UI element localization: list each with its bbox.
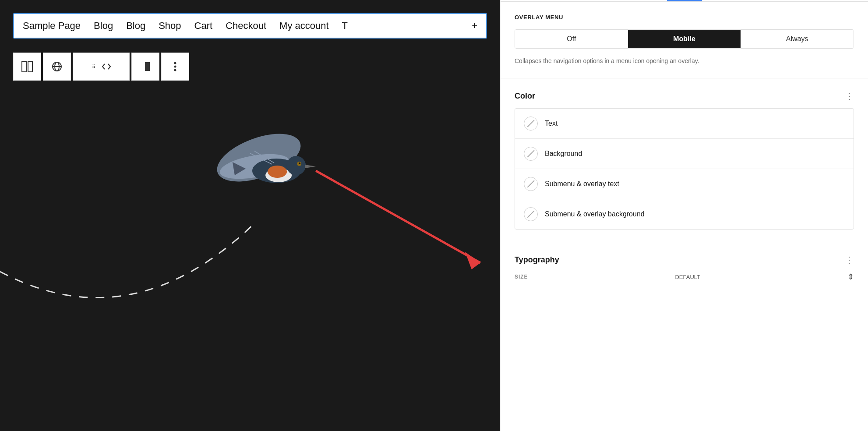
color-option-background[interactable]: Background (515, 139, 854, 169)
typography-section: Typography ⋮ SIZE DEFAULT ⇕ (501, 242, 868, 294)
color-circle-background (524, 147, 538, 161)
svg-point-10 (174, 69, 176, 71)
size-value: DEFAULT (675, 274, 700, 280)
size-slider-icon[interactable]: ⇕ (847, 272, 854, 282)
size-label: SIZE (515, 274, 528, 280)
svg-line-21 (250, 153, 272, 164)
svg-point-14 (265, 168, 292, 182)
svg-point-15 (268, 166, 287, 178)
nav-item-shop[interactable]: Shop (159, 20, 181, 32)
svg-point-12 (218, 149, 291, 183)
color-label-text: Text (545, 120, 557, 127)
color-options-list: Text Background Submenu & overlay text S… (515, 108, 854, 230)
color-option-submenu-text[interactable]: Submenu & overlay text (515, 169, 854, 199)
svg-point-11 (211, 124, 307, 191)
nav-toolbar-btn[interactable]: ⠿ (73, 53, 130, 81)
svg-line-23 (316, 171, 480, 263)
svg-point-18 (299, 163, 300, 164)
settings-toolbar-btn[interactable] (43, 53, 71, 81)
svg-point-13 (252, 159, 300, 183)
color-option-submenu-background[interactable]: Submenu & overlay background (515, 199, 854, 229)
toggle-always-button[interactable]: Always (741, 30, 854, 48)
nav-item-sample[interactable]: Sample Page (23, 20, 81, 32)
typography-more-icon[interactable]: ⋮ (845, 254, 854, 265)
svg-rect-0 (22, 61, 26, 72)
svg-point-16 (286, 156, 306, 175)
color-title: Color (515, 92, 535, 101)
svg-marker-24 (465, 252, 480, 269)
color-circle-submenu-text (524, 177, 538, 191)
overlay-menu-section: OVERLAY MENU Off Mobile Always Collapses… (501, 2, 868, 78)
toggle-off-button[interactable]: Off (515, 30, 628, 48)
nav-item-checkout[interactable]: Checkout (226, 20, 266, 32)
color-more-icon[interactable]: ⋮ (845, 91, 854, 101)
sidebar: OVERLAY MENU Off Mobile Always Collapses… (500, 0, 868, 431)
canvas-area: Sample Page Blog Blog Shop Cart Checkout… (0, 0, 500, 431)
nav-item-cart[interactable]: Cart (194, 20, 213, 32)
svg-point-9 (174, 66, 176, 68)
toolbar: ⠿ (13, 53, 189, 81)
nav-item-blog1[interactable]: Blog (94, 20, 113, 32)
nav-item-myaccount[interactable]: My account (279, 20, 329, 32)
overlay-menu-description: Collapses the navigation options in a me… (515, 57, 854, 66)
svg-marker-20 (233, 162, 246, 175)
toggle-mobile-button[interactable]: Mobile (628, 30, 741, 48)
align-toolbar-btn[interactable] (131, 53, 159, 81)
svg-rect-6 (145, 62, 149, 71)
color-label-submenu-text: Submenu & overlay text (545, 180, 619, 188)
color-section-header: Color ⋮ (515, 91, 854, 101)
svg-line-22 (254, 151, 274, 163)
nav-bar[interactable]: Sample Page Blog Blog Shop Cart Checkout… (13, 13, 487, 39)
typography-title: Typography (515, 255, 559, 265)
color-circle-text (524, 117, 538, 131)
nav-add-button[interactable]: + (472, 20, 477, 32)
color-label-submenu-background: Submenu & overlay background (545, 210, 645, 218)
nav-item-t[interactable]: T (342, 20, 348, 32)
block-toolbar-btn[interactable] (13, 53, 41, 81)
more-toolbar-btn[interactable] (161, 53, 189, 81)
typography-section-header: Typography ⋮ (515, 254, 854, 265)
svg-point-17 (297, 162, 301, 166)
color-circle-submenu-background (524, 207, 538, 221)
svg-point-8 (174, 62, 176, 64)
size-row: SIZE DEFAULT ⇕ (515, 272, 854, 282)
color-option-text[interactable]: Text (515, 109, 854, 139)
svg-text:⠿: ⠿ (92, 64, 95, 69)
color-label-background: Background (545, 150, 582, 158)
nav-item-blog2[interactable]: Blog (126, 20, 145, 32)
svg-marker-19 (305, 165, 316, 168)
overlay-menu-toggle-group: Off Mobile Always (515, 29, 854, 49)
color-section: Color ⋮ Text Background Submenu & overla… (501, 78, 868, 242)
overlay-menu-label: OVERLAY MENU (515, 14, 854, 21)
svg-rect-1 (28, 61, 32, 72)
